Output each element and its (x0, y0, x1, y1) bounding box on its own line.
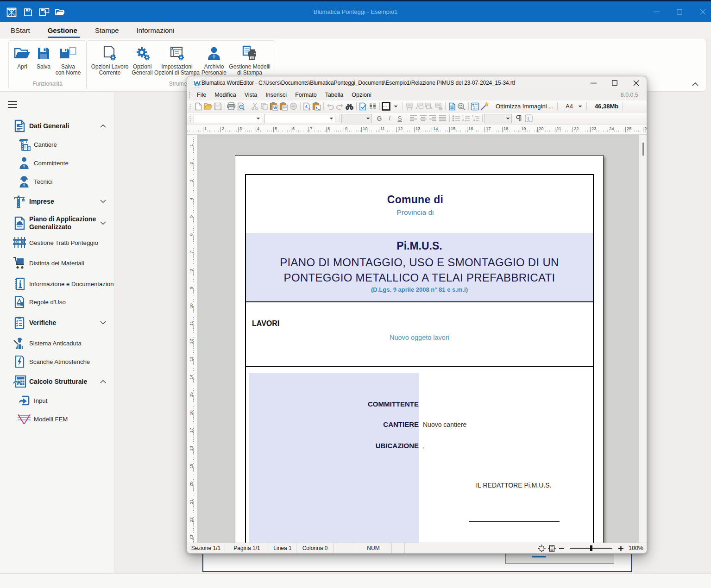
ribbon-button-archivio-personale[interactable]: Archivio Personale (194, 44, 234, 76)
chevron-down-icon[interactable] (98, 200, 107, 203)
font-doc-button[interactable]: A (302, 101, 312, 112)
app-logo-button[interactable] (6, 7, 17, 17)
document-canvas[interactable]: Comune di Provincia di Pi.M.U.S. PIANO D… (197, 135, 640, 544)
search-binoculars-button[interactable] (345, 101, 354, 112)
style-select[interactable] (194, 114, 262, 123)
sidebar-item-modelli-fem[interactable]: Modelli FEM (0, 410, 114, 428)
copy-button[interactable] (259, 101, 269, 112)
block-button[interactable] (289, 101, 298, 112)
ribbon-collapse-button[interactable] (690, 80, 700, 88)
align-left-button[interactable] (409, 113, 418, 124)
zoom-slider-handle[interactable] (590, 545, 592, 551)
sidebar-item-sistema-anticaduta[interactable]: Sistema Anticaduta (0, 334, 114, 352)
fit-page-button[interactable] (536, 543, 547, 554)
menu-inserisci[interactable]: Inserisci (261, 92, 291, 98)
frame-remove-button[interactable] (434, 101, 443, 112)
dropdown-arrow-small-button[interactable] (391, 101, 401, 112)
tree-view-button[interactable] (470, 101, 480, 112)
font-size-select[interactable] (341, 114, 372, 123)
sidebar-item-piano-di-applicazione-generalizzato[interactable]: Piano di Applicazione Generalizzato (0, 212, 114, 234)
menu-vista[interactable]: Vista (240, 92, 262, 98)
list-bullets-button[interactable] (451, 113, 461, 124)
bold-button[interactable]: G (374, 115, 384, 122)
ribbon-button-salva-con-nome[interactable]: Salva con Nome (48, 44, 88, 76)
zoom-select[interactable] (484, 114, 512, 123)
sidebar-item-calcolo-strutturale[interactable]: Calcolo Strutturale (0, 372, 114, 391)
sidebar-item-tecnici[interactable]: Tecnici (0, 172, 114, 191)
italic-button[interactable]: I (384, 115, 395, 122)
columns-button[interactable] (368, 101, 378, 112)
underline-button[interactable]: S (395, 115, 405, 122)
ribbon-button-impostazioni-opzioni-di-stampa[interactable]: Impostazioni Opzioni di Stampa (157, 44, 197, 76)
frame-insert-button[interactable] (404, 101, 414, 112)
print-preview-button[interactable] (236, 101, 246, 112)
sidebar-item-verifiche[interactable]: Verifiche (0, 313, 114, 332)
undo-button[interactable] (325, 101, 335, 112)
sidebar-item-distinta-dei-materiali[interactable]: Distinta dei Materiali (0, 254, 114, 272)
save-as-quick-button[interactable] (39, 7, 49, 17)
sidebar-item-cantiere[interactable]: Cantiere (0, 135, 114, 154)
editor-minimize-button[interactable] (583, 76, 604, 89)
menu-opzioni[interactable]: Opzioni (347, 92, 375, 98)
sidebar-item-informazione-e-documentazione[interactable]: Informazione e Documentazione (0, 275, 114, 293)
save-quick-button[interactable] (23, 7, 33, 17)
chevron-up-icon[interactable] (98, 380, 107, 383)
tab-bstart[interactable]: BStart (11, 22, 39, 38)
tab-informazioni[interactable]: Informazioni (128, 22, 183, 38)
toolbar-grip[interactable] (189, 102, 191, 111)
menu-formato[interactable]: Formato (291, 92, 321, 98)
chevron-down-icon[interactable] (98, 321, 107, 325)
editor-maximize-button[interactable] (604, 76, 625, 89)
vertical-scrollbar[interactable] (639, 135, 647, 544)
sidebar-item-gestione-tratti-ponteggio[interactable]: Gestione Tratti Ponteggio (0, 233, 114, 252)
align-center-button[interactable] (418, 113, 428, 124)
maximize-button[interactable] (668, 1, 691, 22)
align-justify-button[interactable] (438, 113, 447, 124)
table-borders-button[interactable] (381, 101, 391, 112)
list-multilevel-button[interactable]: 1.a. (471, 113, 480, 124)
minimize-button[interactable] (645, 1, 668, 22)
paste-word-button[interactable]: W (269, 101, 279, 112)
optimize-images-button[interactable]: Ottimizza Immagini ... (490, 103, 556, 110)
toolbar-grip[interactable] (189, 114, 191, 123)
dropdown-arrow-small-button[interactable] (575, 101, 585, 112)
sidebar-item-imprese[interactable]: Imprese (0, 192, 114, 211)
line-box-button[interactable]: L (524, 113, 534, 124)
sidebar-item-regole-d-uso[interactable]: Regole d'Uso (0, 293, 114, 311)
frame-prev-button[interactable] (414, 101, 424, 112)
pilcrow-button[interactable] (514, 113, 524, 124)
paste-special-button[interactable] (312, 101, 321, 112)
open-folder-small-button[interactable] (203, 101, 213, 112)
sidebar-item-committente[interactable]: Committente (0, 154, 114, 172)
sidebar-item-dati-generali[interactable]: Dati Generali (0, 117, 114, 135)
zoom-in-button[interactable] (616, 545, 625, 551)
close-button[interactable] (691, 1, 711, 22)
chevron-down-icon[interactable] (98, 221, 107, 225)
hamburger-menu-icon[interactable] (8, 101, 17, 108)
menu-file[interactable]: File (193, 92, 210, 98)
page-check-button[interactable] (358, 101, 368, 112)
new-doc-button[interactable] (194, 101, 203, 112)
print-button[interactable] (227, 101, 236, 112)
scrollbar-thumb[interactable] (642, 143, 644, 156)
tab-gestione[interactable]: Gestione (39, 22, 86, 38)
menubar-grip[interactable] (189, 91, 191, 99)
editor-close-button[interactable] (625, 76, 647, 89)
list-numbered-button[interactable]: 1.2. (461, 113, 471, 124)
cut-button[interactable] (250, 101, 259, 112)
sidebar-item-scariche-atmosferiche[interactable]: Scariche Atmosferiche (0, 352, 114, 371)
save-button[interactable] (213, 101, 223, 112)
open-quick-button[interactable] (55, 7, 65, 17)
sidebar-item-input[interactable]: Input (0, 391, 114, 410)
tab-stampe[interactable]: Stampe (86, 22, 128, 38)
frame-next-button[interactable] (424, 101, 434, 112)
wand-button[interactable] (480, 101, 490, 112)
ribbon-button-gestione-modelli-di-stampa[interactable]: Gestione Modelli di Stampa (230, 44, 270, 76)
zoom-out-button[interactable] (557, 545, 566, 551)
zoom-slider[interactable] (570, 548, 612, 549)
page-blue-button[interactable] (447, 101, 457, 112)
paste-button[interactable] (279, 101, 289, 112)
document-size-label[interactable]: 46,38Mb (589, 103, 621, 110)
menu-tabella[interactable]: Tabella (321, 92, 348, 98)
redo-button[interactable] (335, 101, 345, 112)
